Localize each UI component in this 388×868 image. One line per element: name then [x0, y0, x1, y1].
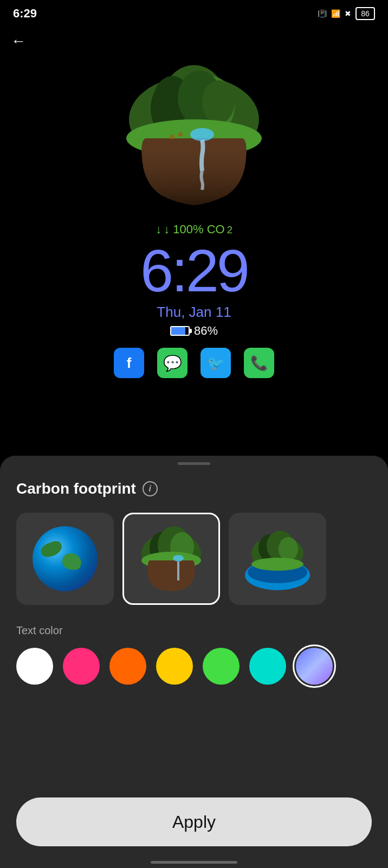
color-cyan[interactable] [249, 648, 286, 685]
lock-screen-date: Thu, Jan 11 [157, 304, 231, 321]
color-green[interactable] [203, 648, 240, 685]
sim-icon: ✖ [345, 9, 351, 18]
vibrate-icon: 📳 [318, 9, 327, 18]
app-shortcuts: f 💬 🐦 📞 [114, 348, 274, 378]
panel-handle[interactable] [178, 462, 210, 465]
info-button[interactable]: i [143, 481, 158, 496]
svg-point-24 [251, 558, 303, 571]
color-orange[interactable] [109, 648, 146, 685]
battery-status: 86 [355, 7, 375, 20]
svg-point-9 [170, 135, 174, 139]
status-time: 6:29 [13, 7, 37, 21]
color-white[interactable] [16, 648, 53, 685]
lock-screen-clock: 6:29 [140, 241, 248, 301]
svg-point-16 [173, 555, 184, 561]
co2-arrow-icon: ↓ [156, 222, 161, 237]
island-svg [113, 54, 275, 212]
phone-app-icon[interactable]: 📞 [244, 348, 274, 378]
theme-selector [16, 513, 372, 605]
wallpaper-preview: ↓ ↓ 100% CO2 6:29 Thu, Jan 11 86% f 💬 🐦 … [0, 0, 388, 467]
co2-indicator: ↓ ↓ 100% CO2 [156, 222, 232, 237]
settings-panel: Carbon footprint i [0, 456, 388, 868]
back-button[interactable]: ← [11, 33, 26, 50]
apply-button[interactable]: Apply [16, 797, 372, 846]
facebook-app-icon[interactable]: f [114, 348, 144, 378]
text-color-label: Text color [16, 624, 372, 637]
island-thumb-svg [136, 524, 206, 594]
svg-point-10 [178, 132, 183, 137]
svg-point-23 [279, 537, 298, 561]
battery-fill [171, 327, 185, 335]
floating-island-visual [113, 54, 275, 212]
earth-visual [33, 526, 98, 591]
wifi-icon: 📶 [331, 9, 340, 18]
panel-title-row: Carbon footprint i [16, 480, 372, 497]
panel-title-text: Carbon footprint [16, 480, 136, 497]
ocean-thumb-svg [242, 526, 313, 591]
theme-ocean-island[interactable] [229, 513, 326, 605]
twitter-app-icon[interactable]: 🐦 [201, 348, 231, 378]
color-picker [16, 648, 372, 685]
bottom-navigation-bar [151, 861, 237, 864]
battery-icon [170, 326, 190, 336]
theme-floating-island[interactable] [122, 513, 220, 605]
color-blue-purple[interactable] [296, 648, 333, 685]
theme-earth[interactable] [16, 513, 114, 605]
status-icons: 📳 📶 ✖ 86 [318, 7, 375, 20]
svg-point-6 [202, 80, 235, 124]
lock-screen-battery: 86% [170, 324, 218, 338]
color-pink[interactable] [63, 648, 100, 685]
color-yellow[interactable] [156, 648, 193, 685]
messages-app-icon[interactable]: 💬 [157, 348, 187, 378]
status-bar: 6:29 📳 📶 ✖ 86 [0, 0, 388, 27]
svg-point-8 [190, 128, 214, 141]
battery-percent: 86% [194, 324, 218, 338]
